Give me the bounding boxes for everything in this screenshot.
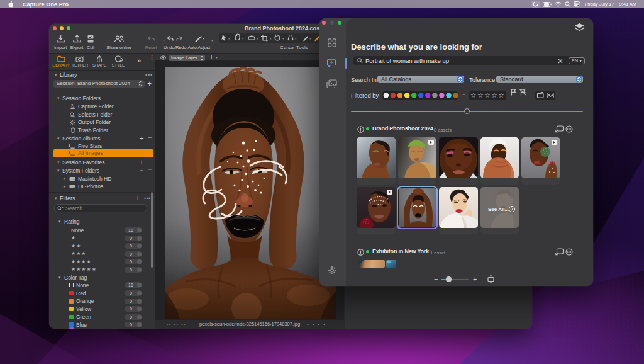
svg-text:▾: ▾ — [228, 37, 230, 40]
svg-text:▾: ▾ — [295, 37, 297, 40]
svg-text:▾: ▾ — [282, 37, 284, 40]
svg-text:See All...: See All... — [488, 207, 509, 212]
svg-text:▾: ▾ — [257, 37, 258, 40]
svg-text:▾: ▾ — [242, 37, 244, 40]
svg-text:▾: ▾ — [270, 37, 272, 40]
svg-text:▾: ▾ — [309, 37, 311, 40]
